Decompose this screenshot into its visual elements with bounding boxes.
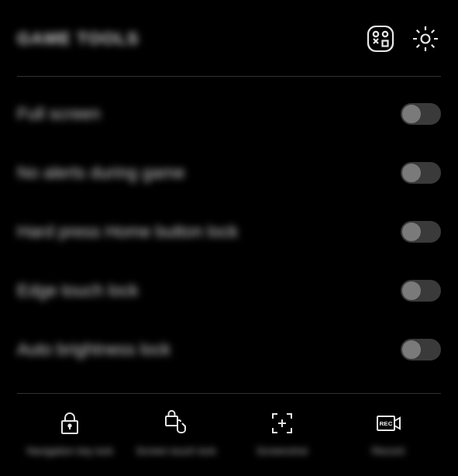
lock-icon xyxy=(56,409,84,437)
panel-title: GAME TOOLS xyxy=(17,29,139,49)
row-auto-brightness-lock[interactable]: Auto brightness lock xyxy=(17,320,441,379)
svg-rect-3 xyxy=(383,41,388,47)
header: GAME TOOLS xyxy=(17,0,441,76)
svg-rect-8 xyxy=(166,416,177,426)
svg-text:REC: REC xyxy=(379,420,392,427)
row-label: Hard press Home button lock xyxy=(17,222,238,242)
touch-lock-icon xyxy=(162,409,190,437)
actions-row: Navigation key lock Screen touch lock xyxy=(17,394,441,458)
screenshot-icon xyxy=(268,409,296,437)
svg-point-4 xyxy=(422,35,430,43)
action-screenshot[interactable]: Screenshot xyxy=(236,409,329,458)
games-icon[interactable] xyxy=(365,23,396,54)
action-label: Screen touch lock xyxy=(136,445,215,458)
svg-rect-0 xyxy=(368,26,393,51)
row-label: Full screen xyxy=(17,104,101,124)
svg-point-1 xyxy=(374,32,378,36)
toggle-no-alerts[interactable] xyxy=(401,162,441,184)
action-label: Navigation key lock xyxy=(26,445,113,458)
action-label: Screenshot xyxy=(257,445,308,458)
svg-point-2 xyxy=(383,32,387,36)
row-no-alerts[interactable]: No alerts during game xyxy=(17,143,441,202)
row-label: No alerts during game xyxy=(17,163,184,183)
settings-icon[interactable] xyxy=(410,23,441,54)
toggle-full-screen[interactable] xyxy=(401,103,441,125)
row-label: Edge touch lock xyxy=(17,281,139,301)
settings-rows: Full screen No alerts during game Hard p… xyxy=(17,77,441,393)
header-icons xyxy=(365,23,441,54)
toggle-home-button-lock[interactable] xyxy=(401,221,441,243)
row-label: Auto brightness lock xyxy=(17,340,170,360)
action-screen-touch-lock[interactable]: Screen touch lock xyxy=(129,409,222,458)
action-label: Record xyxy=(372,445,405,458)
action-record[interactable]: REC Record xyxy=(342,409,435,458)
record-icon: REC xyxy=(374,409,402,437)
toggle-edge-touch-lock[interactable] xyxy=(401,280,441,302)
toggle-auto-brightness-lock[interactable] xyxy=(401,339,441,360)
row-home-button-lock[interactable]: Hard press Home button lock xyxy=(17,202,441,261)
action-nav-key-lock[interactable]: Navigation key lock xyxy=(23,409,116,458)
row-full-screen[interactable]: Full screen xyxy=(17,85,441,143)
row-edge-touch-lock[interactable]: Edge touch lock xyxy=(17,261,441,320)
